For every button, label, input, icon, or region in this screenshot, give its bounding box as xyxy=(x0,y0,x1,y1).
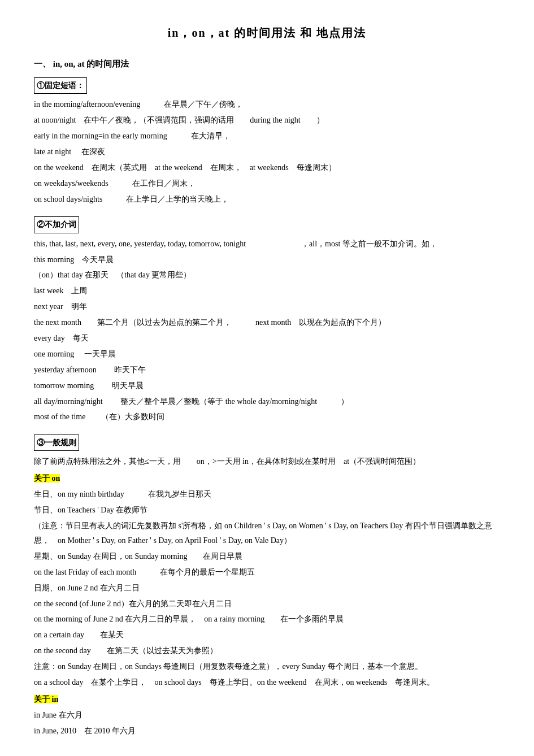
list-item: yesterday afternoon 昨天下午 xyxy=(34,363,500,377)
guanyu-in-highlight: 关于 in xyxy=(34,695,58,703)
sub3-header: ③一般规则 xyxy=(34,435,79,451)
list-item: the next month 第二个月（以过去为起点的第二个月， next mo… xyxy=(34,315,500,330)
page-title: in，on，at 的时间用法 和 地点用法 xyxy=(34,23,500,43)
list-item: in June, 2010 在 2010 年六月 xyxy=(34,724,500,738)
sub1-header: ①固定短语： xyxy=(34,77,87,94)
list-item: on the weekend 在周末（英式用 at the weekend 在周… xyxy=(34,160,500,175)
list-item: on the last Friday of each month 在每个月的最后… xyxy=(34,565,500,580)
section1-title: 一、 in, on, at 的时间用法 xyxy=(34,57,500,72)
list-item: 生日、on my ninth birthday 在我九岁生日那天 xyxy=(34,487,500,502)
list-item: early in the morning=in the early mornin… xyxy=(34,129,500,144)
list-item: last week 上周 xyxy=(34,284,500,298)
list-item: on a certain day 在某天 xyxy=(34,628,500,642)
list-item: this, that, last, next, every, one, yest… xyxy=(34,237,500,251)
list-item: all day/morning/night 整天／整个早晨／整晚（等于 the … xyxy=(34,394,500,409)
sub2-lines: this, that, last, next, every, one, yest… xyxy=(34,237,500,425)
list-item: tomorrow morning 明天早晨 xyxy=(34,379,500,393)
list-item: in the morning/afternoon/evening 在早晨／下午／… xyxy=(34,97,500,112)
list-item: on school days/nights 在上学日／上学的当天晚上， xyxy=(34,192,500,207)
list-item: late at night 在深夜 xyxy=(34,145,500,159)
list-item: on the second day 在第二天（以过去某天为参照） xyxy=(34,644,500,658)
list-item: at noon/night 在中午／夜晚，（不强调范围，强调的话用 during… xyxy=(34,113,500,128)
subsection-no-prep: ②不加介词 this, that, last, next, every, one… xyxy=(34,216,500,424)
on-lines: 生日、on my ninth birthday 在我九岁生日那天 节日、on T… xyxy=(34,487,500,690)
list-item: on the morning of June 2 nd 在六月二日的早晨， on… xyxy=(34,612,500,627)
list-item: every day 每天 xyxy=(34,331,500,346)
list-item: 节日、on Teachers ' Day 在教师节 xyxy=(34,503,500,518)
list-item: 星期、on Sunday 在周日，on Sunday morning 在周日早晨 xyxy=(34,549,500,564)
list-item: 注意：on Sunday 在周日，on Sundays 每逢周日（用复数表每逢之… xyxy=(34,659,500,674)
list-item: （on）that day 在那天 （that day 更常用些） xyxy=(34,268,500,283)
sub3-intro: 除了前两点特殊用法之外，其他≤一天，用 on，>一天用 in，在具体时刻或在某时… xyxy=(34,454,500,469)
in-lines: in June 在六月 in June, 2010 在 2010 年六月 xyxy=(34,708,500,738)
list-item: on weekdays/weekends 在工作日／周末， xyxy=(34,176,500,191)
sub1-lines: in the morning/afternoon/evening 在早晨／下午／… xyxy=(34,97,500,206)
list-item: in June 在六月 xyxy=(34,708,500,723)
list-item: on the second (of June 2 nd）在六月的第二天即在六月二… xyxy=(34,597,500,611)
sub2-header: ②不加介词 xyxy=(34,216,79,233)
list-item: on a school day 在某个上学日， on school days 每… xyxy=(34,675,500,690)
subsection-fixed-phrases: ①固定短语： in the morning/afternoon/evening … xyxy=(34,77,500,206)
list-item: （注意：节日里有表人的词汇先复数再加 s'所有格，如 on Children '… xyxy=(34,519,500,548)
list-item: next year 明年 xyxy=(34,299,500,314)
list-item: this morning 今天早晨 xyxy=(34,253,500,267)
guanyu-on-highlight: 关于 on xyxy=(34,474,60,483)
guanyu-on-label: 关于 on xyxy=(34,471,500,486)
guanyu-in-label: 关于 in xyxy=(34,692,500,707)
list-item: one morning 一天早晨 xyxy=(34,347,500,362)
list-item: most of the time （在）大多数时间 xyxy=(34,410,500,424)
subsection-general-rules: ③一般规则 除了前两点特殊用法之外，其他≤一天，用 on，>一天用 in，在具体… xyxy=(34,435,500,738)
list-item: 日期、on June 2 nd 在六月二日 xyxy=(34,581,500,596)
